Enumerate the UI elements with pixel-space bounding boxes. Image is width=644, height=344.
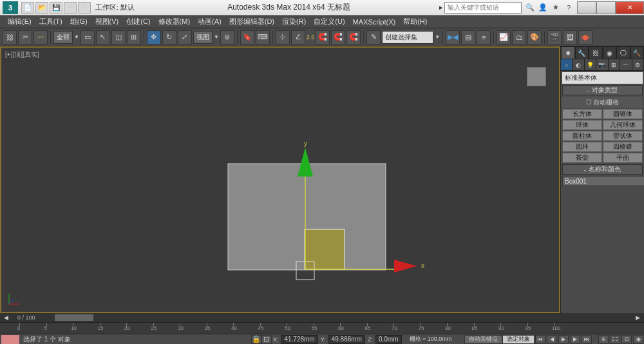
select-arrow-icon[interactable]: ↖	[96, 30, 110, 44]
keymode-icon[interactable]: ⌨	[256, 30, 270, 44]
play-icon[interactable]: ▶	[558, 335, 569, 344]
psnap2-icon[interactable]: 🧲	[331, 30, 345, 44]
time-slider-thumb[interactable]	[55, 314, 93, 321]
sub-cameras[interactable]: 📷	[596, 59, 608, 70]
sub-shapes[interactable]: ◐	[573, 59, 584, 70]
curve-ed-icon[interactable]: 📈	[497, 30, 511, 44]
menu-create[interactable]: 创建(C)	[122, 17, 154, 26]
select-window-icon[interactable]: ⊞	[127, 30, 141, 44]
viewnav-4-icon[interactable]: ◉	[633, 335, 643, 344]
psnap-icon[interactable]: 🧲	[316, 30, 330, 44]
favorites-icon[interactable]: ★	[550, 2, 562, 14]
menu-view[interactable]: 视图(V)	[91, 17, 123, 26]
menu-grapheditors[interactable]: 图形编辑器(D)	[225, 17, 278, 26]
goto-start-icon[interactable]: ⏮	[535, 335, 545, 344]
y-coord[interactable]: 49.866mm	[328, 335, 365, 344]
scale-icon[interactable]: ⤢	[178, 30, 192, 44]
select-region-icon[interactable]: ◫	[111, 30, 126, 44]
tab-hierarchy[interactable]: ⛓	[589, 46, 603, 59]
tab-display[interactable]: 🖵	[616, 46, 630, 59]
viewcube[interactable]	[527, 67, 546, 86]
snap-icon[interactable]: ⊹	[276, 30, 290, 44]
x-coord[interactable]: 41.728mm	[281, 335, 317, 344]
next-frame-icon[interactable]: ▶	[570, 335, 580, 344]
object-name-input[interactable]	[562, 176, 644, 186]
viewnav-3-icon[interactable]: ⊡	[621, 335, 632, 344]
search-input[interactable]	[444, 2, 522, 14]
undo-icon[interactable]: ↶	[64, 2, 77, 14]
render-setup-icon[interactable]: 🎬	[547, 30, 562, 44]
render-icon[interactable]: 🫖	[578, 30, 592, 44]
abs-icon[interactable]: ⊡	[261, 335, 272, 344]
schematic-icon[interactable]: 🗂	[512, 30, 526, 44]
category-dropdown[interactable]: 标准基本体	[562, 72, 643, 84]
align-icon[interactable]: ▤	[461, 30, 475, 44]
unlink-icon[interactable]: ✂	[18, 30, 32, 44]
obj-tube[interactable]: 管状体	[603, 131, 643, 141]
minimize-button[interactable]: ─	[577, 1, 596, 14]
save-icon[interactable]: 💾	[50, 2, 62, 14]
viewport[interactable]: [+][顶][真实] y x	[0, 46, 560, 313]
ref-coord-dropdown[interactable]: 视图	[193, 31, 213, 44]
menu-rendering[interactable]: 渲染(R)	[278, 17, 310, 26]
sub-helpers[interactable]: ⊞	[609, 59, 620, 70]
spinner-icon[interactable]: 🧲	[346, 30, 361, 44]
menu-edit[interactable]: 编辑(E)	[4, 17, 35, 26]
menu-help[interactable]: 帮助(H)	[399, 17, 431, 26]
help-icon[interactable]: ?	[563, 2, 574, 14]
sub-lights[interactable]: 💡	[585, 59, 596, 70]
viewnav-2-icon[interactable]: ⛶	[610, 335, 620, 344]
menu-tools[interactable]: 工具(T)	[35, 17, 66, 26]
pivot-icon[interactable]: ⊕	[220, 30, 234, 44]
obj-cone[interactable]: 圆锥体	[603, 109, 643, 119]
editset-icon[interactable]: ✎	[366, 30, 381, 44]
redo-icon[interactable]: ↷	[78, 2, 91, 14]
obj-cylinder[interactable]: 圆柱体	[562, 131, 602, 141]
sub-systems[interactable]: ⚙	[632, 59, 644, 70]
rollout-objecttype[interactable]: -对象类型	[562, 85, 643, 95]
close-button[interactable]: ✕	[616, 1, 644, 14]
layers-icon[interactable]: ≡	[477, 30, 491, 44]
selection-filter[interactable]: 全部	[53, 31, 73, 44]
signin-icon[interactable]: 👤	[537, 2, 549, 14]
select-icon[interactable]: ▭	[80, 30, 95, 44]
obj-plane[interactable]: 平面	[603, 153, 643, 163]
obj-geosphere[interactable]: 几何球体	[603, 120, 643, 130]
tab-motion[interactable]: ◉	[603, 46, 617, 59]
timeline-ruler[interactable]: 0510152025303540455055606570758085909510…	[0, 322, 644, 334]
obj-box[interactable]: 长方体	[562, 109, 602, 119]
open-icon[interactable]: 📂	[35, 2, 48, 14]
tab-create[interactable]: ✹	[561, 46, 575, 59]
goto-end-icon[interactable]: ⏭	[582, 335, 592, 344]
obj-teapot[interactable]: 茶壶	[562, 153, 602, 163]
asnap-icon[interactable]: ∠	[291, 30, 305, 44]
lock-icon[interactable]: 🔒	[251, 335, 261, 344]
manip-icon[interactable]: 🔖	[240, 30, 254, 44]
menu-customize[interactable]: 自定义(U)	[310, 17, 348, 26]
tab-utilities[interactable]: 🔨	[630, 46, 645, 59]
obj-sphere[interactable]: 球体	[562, 120, 602, 130]
new-icon[interactable]: 📄	[21, 2, 34, 14]
link-icon[interactable]: ⛓	[3, 30, 17, 44]
maximize-button[interactable]: □	[596, 1, 616, 14]
sub-geometry[interactable]: ○	[561, 59, 573, 70]
z-coord[interactable]: 0.0mm	[375, 335, 402, 344]
render-frame-icon[interactable]: 🖼	[563, 30, 577, 44]
menu-group[interactable]: 组(G)	[66, 17, 91, 26]
tab-modify[interactable]: 🔧	[575, 46, 589, 59]
move-icon[interactable]: ✥	[147, 30, 161, 44]
viewport-canvas[interactable]: y x	[1, 48, 559, 312]
selset-status[interactable]: 选定对象	[502, 335, 535, 344]
autokey-button[interactable]: 自动关键点	[464, 335, 502, 344]
bind-icon[interactable]: 〰	[33, 30, 48, 44]
sub-spacewarps[interactable]: 〰	[620, 59, 632, 70]
menu-animation[interactable]: 动画(A)	[194, 17, 225, 26]
material-ed-icon[interactable]: 🎨	[527, 30, 542, 44]
menu-modifiers[interactable]: 修改器(M)	[155, 17, 194, 26]
time-slider-track[interactable]: ◀ 0 / 100 ▶	[0, 313, 644, 322]
obj-pyramid[interactable]: 四棱锥	[603, 142, 643, 152]
autogrid-checkbox[interactable]: ☐ 自动栅格	[562, 97, 643, 108]
app-logo[interactable]: 3	[3, 1, 18, 14]
viewnav-1-icon[interactable]: ⊕	[598, 335, 609, 344]
rotate-icon[interactable]: ↻	[162, 30, 176, 44]
